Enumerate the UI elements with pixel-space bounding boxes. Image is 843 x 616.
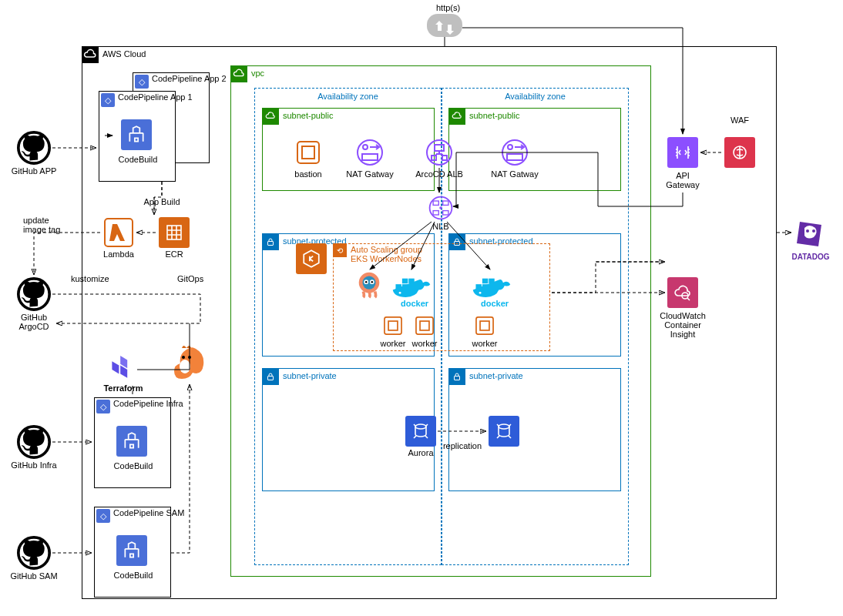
svg-rect-13 <box>433 201 438 205</box>
codepipeline-infra-icon: ◇ <box>96 400 110 413</box>
aurora-left-icon <box>405 416 436 447</box>
update-image-tag-2: image tag <box>23 225 60 234</box>
svg-rect-1 <box>302 146 314 159</box>
nat-left-label: NAT Gatway <box>346 169 393 179</box>
svg-point-10 <box>508 145 512 149</box>
svg-rect-53 <box>167 226 181 239</box>
docker-right-icon <box>470 271 513 302</box>
github-argocd-label-2: ArgoCD <box>18 322 49 331</box>
github-argocd-label-1: GitHub <box>21 313 47 322</box>
svg-rect-14 <box>433 211 438 215</box>
svg-point-2 <box>358 140 382 165</box>
svg-rect-40 <box>416 317 433 334</box>
datadog-icon <box>794 217 828 253</box>
subnet-public-left-icon <box>262 108 279 125</box>
ecr-label: ECR <box>165 249 183 259</box>
sam-squirrel-icon <box>171 343 207 385</box>
nlb-icon <box>427 194 455 223</box>
update-image-tag-1: update <box>23 216 49 225</box>
cw-label-2: Container <box>664 320 701 330</box>
aurora-right-icon <box>489 416 519 447</box>
worker-2-icon <box>411 313 438 340</box>
svg-rect-41 <box>420 321 429 330</box>
svg-point-37 <box>479 292 482 294</box>
svg-rect-45 <box>455 377 460 380</box>
svg-point-25 <box>371 281 373 283</box>
github-infra-icon <box>17 425 51 460</box>
subnet-private-right: subnet-private <box>448 368 621 491</box>
svg-rect-43 <box>480 321 489 330</box>
nat-right-label: NAT Gatway <box>491 169 538 179</box>
subnet-public-right-icon <box>448 108 465 125</box>
codepipeline-app1: ◇ CodePipeline App 1 CodeBuild <box>99 91 176 182</box>
svg-rect-38 <box>385 317 401 334</box>
codebuild-app1-icon <box>121 119 152 150</box>
worker-3-label: worker <box>472 339 497 348</box>
ecr-icon <box>159 217 190 248</box>
codebuild-infra-icon <box>116 426 147 457</box>
svg-rect-15 <box>443 201 448 205</box>
svg-point-54 <box>180 360 190 373</box>
worker-3-icon <box>472 313 498 340</box>
svg-rect-8 <box>442 156 447 160</box>
asg-tag-icon: ⟲ <box>333 243 347 257</box>
az-left-title: Availability zone <box>317 92 378 101</box>
svg-point-46 <box>415 424 426 429</box>
cp-app2-title: CodePipeline App 2 <box>152 75 227 83</box>
svg-rect-0 <box>297 142 319 163</box>
cw-label-3: Insight <box>670 330 695 339</box>
svg-rect-44 <box>268 377 274 380</box>
worker-1-label: worker <box>380 339 405 348</box>
cw-label-1: CloudWatch <box>660 311 706 320</box>
app-build-label: App Build <box>143 197 180 206</box>
aws-cloud-title: AWS Cloud <box>102 49 146 59</box>
svg-rect-18 <box>268 242 274 246</box>
docker-left-icon <box>390 271 433 302</box>
argocd-mascot-icon <box>354 270 384 300</box>
svg-point-59 <box>806 229 809 233</box>
codepipeline-app1-icon: ◇ <box>101 93 115 107</box>
github-sam-label: GitHub SAM <box>10 571 57 581</box>
docker-right-label: docker <box>481 299 509 308</box>
github-app-icon <box>17 131 51 166</box>
svg-rect-16 <box>443 211 448 215</box>
az-right-title: Availability zone <box>505 92 566 101</box>
subnet-private-left-icon <box>262 368 279 385</box>
github-app-label: GitHub APP <box>12 166 57 176</box>
codepipeline-sam: ◇ CodePipeline SAM CodeBuild <box>94 507 171 598</box>
subnet-protected-left-icon <box>262 233 279 250</box>
worker-1-icon <box>380 313 406 340</box>
svg-rect-7 <box>432 156 436 160</box>
eks-icon <box>296 243 327 274</box>
asg-title-2: EKS WorkerNodes <box>351 254 422 263</box>
cloudwatch-icon <box>667 277 698 308</box>
codebuild-sam-icon <box>116 535 147 566</box>
github-infra-label: GitHub Infra <box>11 460 56 470</box>
svg-rect-29 <box>402 279 408 284</box>
waf-icon <box>724 137 755 168</box>
cp-sam-title: CodePipeline SAM <box>113 509 184 517</box>
nat-left-icon <box>354 137 385 169</box>
codepipeline-sam-icon: ◇ <box>96 509 110 523</box>
subnet-public-left-title: subnet-public <box>283 111 333 120</box>
nat-right-icon <box>499 137 530 169</box>
svg-point-3 <box>363 145 368 149</box>
argocd-alb-icon <box>424 137 455 169</box>
codepipeline-infra: ◇ CodePipeline Infra CodeBuild <box>94 397 171 488</box>
replication-label: replication <box>443 441 482 450</box>
lambda-icon <box>103 217 134 249</box>
subnet-private-left-title: subnet-private <box>283 371 337 380</box>
svg-rect-42 <box>476 317 493 334</box>
svg-point-24 <box>365 281 367 283</box>
vpc-title: vpc <box>251 69 264 78</box>
codebuild-infra-label: CodeBuild <box>114 461 153 470</box>
api-gw-label-1: API <box>676 171 690 180</box>
terraform-label: Terraform <box>103 383 143 393</box>
svg-point-31 <box>399 292 401 294</box>
svg-point-47 <box>499 424 509 429</box>
svg-rect-35 <box>482 279 488 284</box>
svg-point-60 <box>812 229 815 233</box>
kustomize-label: kustomize <box>71 274 109 283</box>
svg-point-55 <box>182 356 185 359</box>
waf-label: WAF <box>730 116 749 125</box>
